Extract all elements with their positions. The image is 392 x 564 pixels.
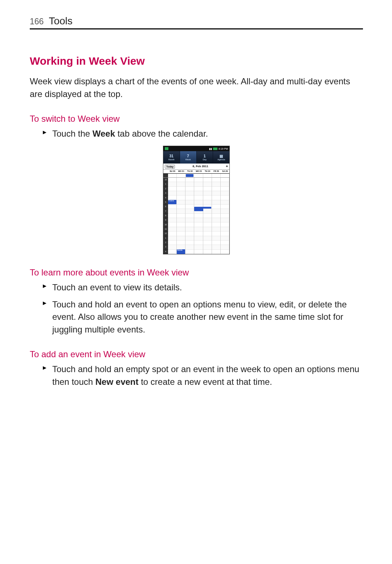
tab-month-icon: 31 <box>170 154 173 158</box>
page-section-title: Tools <box>49 15 72 27</box>
day-column-su[interactable]: Forens <box>168 178 177 254</box>
status-bar: ▮▮ 4:19 PM <box>163 146 229 151</box>
day-head: MO 21 <box>177 170 185 173</box>
day-head: SA 26 <box>221 170 229 173</box>
subheading-learn-more: To learn more about events in Week view <box>30 267 363 278</box>
all-day-row <box>163 174 229 178</box>
tab-month[interactable]: 31 Month <box>163 151 180 164</box>
calendar-tabs: 31 Month 7 Week 1 Day ▤ Agenda <box>163 151 229 164</box>
text-bold: New event <box>95 377 139 387</box>
list-item: Touch and hold an empty spot or an event… <box>43 363 363 388</box>
week-view-screenshot: ▮▮ 4:19 PM 31 Month 7 Week 1 Day ▤ Agend… <box>163 146 230 254</box>
event-forens[interactable]: Forens <box>168 200 176 205</box>
day-header-row: SU 20 MO 21 TU 22 WE 23 TH 24 FR 25 SA 2… <box>163 170 229 174</box>
today-button[interactable]: Today <box>165 165 175 169</box>
subheading-switch-to-week: To switch to Week view <box>30 114 363 124</box>
tab-agenda[interactable]: ▤ Agenda <box>213 151 229 164</box>
tab-week[interactable]: 7 Week <box>180 151 197 164</box>
current-date: 8, Feb 2011 <box>193 165 208 168</box>
text: Touch the <box>52 129 93 138</box>
allday-event[interactable] <box>186 174 193 177</box>
add-event-button[interactable]: + <box>226 165 228 168</box>
text: tab above the calendar. <box>115 129 208 138</box>
day-column-fr[interactable] <box>212 178 221 254</box>
tab-week-label: Week <box>185 158 191 161</box>
status-time: 4:19 PM <box>219 148 228 150</box>
heading-working-in-week-view: Working in Week View <box>30 55 363 67</box>
day-head: TU 22 <box>185 170 194 173</box>
text: to create a new event at that time. <box>138 377 272 387</box>
tab-week-icon: 7 <box>187 154 189 158</box>
intro-paragraph: Week view displays a chart of the events… <box>30 75 363 101</box>
tab-day-icon: 1 <box>204 154 206 158</box>
tab-month-label: Month <box>168 158 175 161</box>
page-header: 166 Tools <box>30 15 363 29</box>
day-column-tu[interactable] <box>185 178 194 254</box>
day-head: WE 23 <box>194 170 203 173</box>
tab-day-label: Day <box>203 158 207 161</box>
day-column-we[interactable] <box>194 178 203 254</box>
day-column-sa[interactable] <box>221 178 229 254</box>
hour-column: 12 1 2 3 4 5 6 7 8 9 10 11 12 1 2 3 4 <box>163 178 168 254</box>
subheading-add-event: To add an event in Week view <box>30 349 363 359</box>
tab-agenda-icon: ▤ <box>220 154 223 158</box>
tab-agenda-label: Agenda <box>217 158 225 161</box>
text-bold: Week <box>93 129 115 138</box>
page-number: 166 <box>30 17 44 27</box>
day-head: FR 25 <box>212 170 221 173</box>
day-column-mo[interactable]: Mobile <box>177 178 185 254</box>
day-column-th[interactable] <box>203 178 212 254</box>
home-icon <box>165 147 168 150</box>
tab-day[interactable]: 1 Day <box>197 151 213 164</box>
date-row: Today 8, Feb 2011 + <box>163 164 229 170</box>
event-mobile[interactable]: Mobile <box>177 249 185 254</box>
week-grid[interactable]: 12 1 2 3 4 5 6 7 8 9 10 11 12 1 2 3 4 <box>163 178 229 254</box>
list-item: Touch and hold an event to open an optio… <box>43 298 363 336</box>
day-head: SU 20 <box>168 170 177 173</box>
day-head: TH 24 <box>203 170 212 173</box>
list-item: Touch the Week tab above the calendar. <box>43 128 363 140</box>
list-item: Touch an event to view its details. <box>43 281 363 294</box>
signal-icon: ▮▮ <box>209 148 212 150</box>
battery-icon <box>213 148 217 150</box>
